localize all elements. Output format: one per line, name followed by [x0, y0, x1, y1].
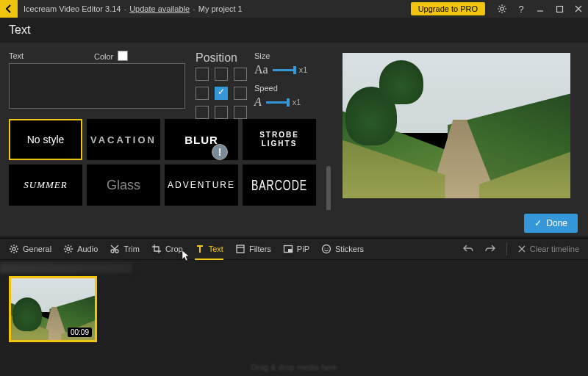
section-title: Text — [9, 24, 30, 37]
position-middle-right[interactable] — [234, 87, 247, 100]
preview-pane: 00:00 00:09 — [332, 43, 588, 234]
text-options-pane: Text Color Position — [0, 43, 332, 234]
style-tile-vacation[interactable]: VACATION — [87, 119, 160, 160]
crop-icon — [151, 244, 162, 254]
clear-timeline-button[interactable]: Clear timeline — [517, 245, 579, 253]
close-button[interactable] — [569, 0, 588, 18]
style-label: Glass — [107, 178, 140, 193]
redo-icon — [484, 243, 496, 253]
timeline[interactable]: 00:09 Drag & drop media here — [0, 260, 588, 376]
section-header: Text — [0, 18, 588, 43]
upgrade-button[interactable]: Upgrade to PRO — [411, 2, 485, 15]
speed-slider[interactable] — [266, 101, 288, 104]
undo-icon — [462, 243, 474, 253]
position-bottom-right[interactable] — [234, 106, 247, 119]
pip-icon — [283, 244, 293, 254]
text-input[interactable] — [9, 63, 185, 109]
stickers-icon — [321, 244, 331, 254]
window-title: Icecream Video Editor 3.14 - Update avai… — [24, 4, 243, 13]
style-tile-adventure[interactable]: ADVENTURE — [165, 164, 238, 206]
position-top-right[interactable] — [234, 68, 247, 81]
speed-value: x1 — [293, 98, 301, 106]
tool-label: Trim — [123, 245, 140, 253]
help-button[interactable]: ? — [512, 0, 531, 18]
svg-point-0 — [501, 7, 503, 10]
tool-audio[interactable]: Audio — [63, 244, 98, 254]
undo-button[interactable] — [462, 243, 474, 255]
close-icon — [574, 4, 583, 13]
clip-duration: 00:09 — [68, 328, 92, 337]
tool-stickers[interactable]: Stickers — [321, 244, 364, 254]
style-tile-summer[interactable]: SUMMER — [9, 164, 82, 206]
timeline-clip[interactable]: 00:09 — [9, 276, 97, 342]
settings-button[interactable] — [492, 0, 512, 18]
position-middle-left[interactable] — [196, 87, 209, 100]
timeline-hint: Drag & drop media here — [0, 363, 588, 372]
maximize-icon — [556, 5, 564, 13]
size-value: x1 — [299, 65, 308, 74]
style-tile-strobe[interactable]: STROBE LIGHTS — [243, 119, 316, 160]
svg-rect-6 — [237, 245, 244, 253]
speed-label: Speed — [254, 84, 307, 93]
style-tile-nostyle[interactable]: No style — [9, 119, 82, 160]
gear-icon — [497, 4, 507, 14]
tool-label: Crop — [165, 245, 183, 253]
tool-label: Filters — [249, 245, 271, 253]
color-picker[interactable] — [118, 51, 128, 61]
editor-toolstrip: GeneralAudioTrimCropTextFiltersPiPSticke… — [0, 238, 588, 260]
done-button[interactable]: ✓ Done — [524, 214, 578, 233]
tool-pip[interactable]: PiP — [283, 244, 309, 254]
style-tile-barcode[interactable]: BARCODE — [243, 164, 316, 206]
style-tile-glass[interactable]: Glass — [87, 164, 160, 206]
text-icon — [195, 244, 205, 254]
minimize-icon — [536, 4, 545, 13]
tool-label: General — [23, 245, 51, 253]
svg-point-11 — [327, 247, 328, 248]
position-middle-center[interactable] — [215, 87, 228, 100]
tool-label: Stickers — [335, 245, 364, 253]
tool-trim[interactable]: Trim — [110, 244, 140, 254]
color-label: Color — [94, 52, 113, 61]
back-button[interactable] — [0, 0, 18, 18]
svg-rect-1 — [556, 6, 562, 12]
size-slider[interactable] — [273, 69, 295, 71]
style-label: VACATION — [90, 134, 157, 145]
clear-timeline-label: Clear timeline — [530, 245, 579, 253]
maximize-button[interactable] — [550, 0, 569, 18]
update-available-link[interactable]: Update available — [129, 4, 190, 13]
done-row: ✓ Done — [0, 210, 588, 236]
minimize-button[interactable] — [531, 0, 550, 18]
position-bottom-left[interactable] — [196, 106, 209, 119]
separator: - — [123, 4, 126, 13]
svg-point-9 — [322, 245, 330, 253]
tool-label: Text — [209, 245, 223, 253]
question-icon: ? — [518, 4, 523, 15]
tool-label: PiP — [297, 245, 309, 253]
style-label: STROBE LIGHTS — [259, 131, 299, 148]
audio-icon — [63, 244, 74, 254]
app-name: Icecream Video Editor 3.14 — [24, 4, 121, 13]
position-bottom-center[interactable] — [215, 106, 228, 119]
position-top-left[interactable] — [196, 68, 209, 81]
project-name: My project 1 — [198, 4, 243, 13]
style-label: SUMMER — [24, 179, 67, 191]
style-label: ADVENTURE — [168, 180, 235, 190]
title-bar: Icecream Video Editor 3.14 - Update avai… — [0, 0, 588, 18]
tool-filters[interactable]: Filters — [235, 244, 271, 254]
svg-rect-8 — [288, 249, 292, 252]
timeline-ruler — [0, 263, 132, 273]
tool-general[interactable]: General — [9, 244, 51, 254]
warning-badge-icon: ! — [212, 144, 228, 160]
text-speed-icon: A — [254, 95, 262, 109]
svg-point-2 — [12, 247, 15, 250]
tool-text[interactable]: Text — [195, 244, 223, 254]
position-top-center[interactable] — [215, 68, 228, 81]
arrow-left-icon — [4, 4, 14, 14]
redo-button[interactable] — [484, 243, 496, 255]
general-icon — [9, 244, 19, 254]
separator: - — [193, 4, 196, 13]
tool-crop[interactable]: Crop — [151, 244, 183, 254]
text-styles-grid: No styleVACATIONBLURSTROBE LIGHTSSUMMERG… — [9, 119, 325, 206]
text-size-icon: Aa — [254, 63, 268, 76]
done-label: Done — [546, 218, 567, 228]
